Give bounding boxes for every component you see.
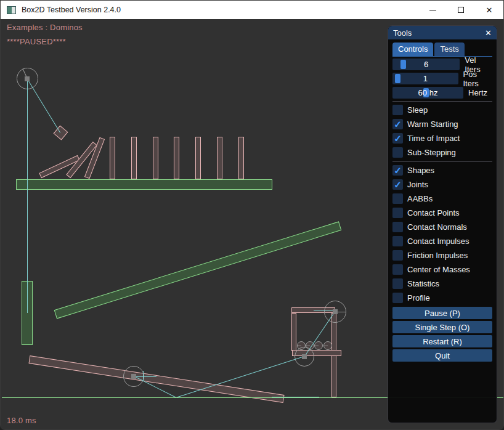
checkbox[interactable] (392, 105, 403, 115)
slider-track[interactable]: 1 (392, 73, 458, 84)
checkbox[interactable] (392, 208, 403, 218)
close-button[interactable]: ✕ (475, 1, 503, 19)
cart-left-post[interactable] (291, 313, 296, 351)
button-group: Pause (P) Single Step (O) Restart (R) Qu… (392, 307, 492, 362)
panel-button[interactable]: Restart (R) (392, 335, 492, 347)
tools-panel-close-icon[interactable]: ✕ (485, 29, 492, 37)
frame-time-label: 18.0 ms (7, 416, 36, 425)
slider-track[interactable]: 6 (392, 59, 460, 70)
checkbox-row[interactable]: Profile (392, 293, 492, 303)
maximize-button[interactable] (447, 1, 475, 19)
checkbox[interactable] (392, 293, 403, 303)
checkbox[interactable] (392, 147, 403, 158)
checkbox-row[interactable]: Sleep (392, 105, 492, 115)
checkbox-label: Contact Impulses (407, 237, 469, 246)
joint-line-pendulum (28, 80, 60, 133)
checkbox-row[interactable]: Friction Impulses (392, 250, 492, 261)
checkbox-row[interactable]: ✓ Time of Impact (392, 133, 492, 144)
seesaw-plank[interactable] (28, 355, 284, 403)
check-icon: ✓ (394, 134, 402, 143)
tab-bar: Controls Tests (392, 43, 492, 56)
panel-button[interactable]: Single Step (O) (392, 321, 492, 333)
checkbox-row[interactable]: ✓ Shapes (392, 165, 492, 176)
checkbox-label: Warm Starting (407, 120, 458, 129)
window-title: Box2D Testbed Version 2.4.0 (22, 6, 121, 14)
domino[interactable] (195, 137, 201, 179)
tools-panel: Tools ✕ Controls Tests (388, 25, 497, 423)
slider-value: 6 (392, 59, 460, 70)
checkbox-label: Contact Normals (407, 222, 467, 232)
tab-label: Tests (440, 44, 458, 54)
ball-radius-line (306, 346, 310, 346)
check-icon: ✓ (394, 180, 402, 189)
tab[interactable]: Tests (434, 43, 464, 56)
minimize-icon (429, 10, 436, 10)
domino[interactable] (174, 137, 179, 179)
panel-button-label: Quit (435, 351, 450, 360)
tab[interactable]: Controls (392, 43, 433, 56)
tools-panel-titlebar[interactable]: Tools ✕ (388, 26, 497, 39)
simulation-viewport[interactable]: Examples : Dominos ****PAUSED**** 18.0 m… (1, 19, 503, 429)
checkbox-row[interactable]: Contact Points (392, 208, 492, 218)
panel-button[interactable]: Pause (P) (392, 307, 492, 319)
joint-anchor (25, 76, 30, 81)
checkbox[interactable]: ✓ (392, 179, 403, 190)
joint-anchor (302, 354, 307, 359)
panel-button-label: Single Step (O) (415, 323, 470, 332)
checkbox-label: Center of Masses (407, 265, 470, 274)
domino[interactable] (238, 137, 244, 179)
maximize-icon (458, 7, 464, 13)
slider-group: 6 Vel Iters 1 Pos Iters (392, 59, 492, 99)
checkbox-label: AABBs (407, 194, 433, 203)
checkbox[interactable]: ✓ (392, 165, 403, 176)
slider-row: 1 Pos Iters (392, 73, 492, 84)
checkbox-row[interactable]: Contact Normals (392, 222, 492, 232)
checkbox[interactable] (392, 278, 403, 289)
static-ramp (54, 221, 342, 318)
ball-radius-line (297, 346, 301, 346)
tools-panel-body: Controls Tests 6 Vel Iters (388, 39, 497, 362)
domino[interactable] (217, 137, 222, 179)
checkbox-label: Shapes (407, 166, 434, 175)
checkbox[interactable] (392, 193, 403, 204)
joint-line-wheel-axis (134, 376, 156, 377)
pendulum-box[interactable] (54, 126, 68, 140)
minimize-button[interactable] (418, 1, 447, 19)
checkbox-label: Joints (407, 180, 428, 189)
checkbox-row[interactable]: ✓ Warm Starting (392, 119, 492, 129)
checkbox[interactable] (392, 264, 403, 275)
check-icon: ✓ (394, 166, 402, 175)
static-platform (16, 179, 272, 190)
checkbox-row[interactable]: Center of Masses (392, 264, 492, 275)
checkbox-label: Sub-Stepping (407, 148, 456, 157)
checkbox-group: Sleep ✓ Warm Starting ✓ Time of Impact (392, 105, 492, 303)
checkbox-label: Sleep (407, 105, 428, 115)
joint-line-vertical (27, 81, 28, 313)
checkbox[interactable]: ✓ (392, 119, 403, 129)
panel-button[interactable]: Quit (392, 349, 492, 362)
separator (392, 161, 492, 162)
checkbox[interactable] (392, 250, 403, 261)
app-window: Box2D Testbed Version 2.4.0 ✕ (0, 0, 504, 430)
checkbox[interactable] (392, 222, 403, 232)
checkbox-row[interactable]: AABBs (392, 193, 492, 204)
slider-row: 6 Vel Iters (392, 59, 492, 70)
checkbox[interactable]: ✓ (392, 133, 403, 144)
checkbox-label: Contact Points (407, 208, 460, 217)
checkbox-row[interactable]: ✓ Joints (392, 179, 492, 190)
slider-value: 60 hz (392, 87, 463, 99)
slider-track[interactable]: 60 hz (392, 87, 463, 99)
domino[interactable] (131, 137, 137, 179)
checkbox-row[interactable]: Statistics (392, 278, 492, 289)
slider-label: Pos Iters (463, 70, 493, 88)
checkbox-row[interactable]: Contact Impulses (392, 236, 492, 246)
checkbox-label: Profile (407, 293, 430, 302)
checkbox-row[interactable]: Sub-Stepping (392, 147, 492, 158)
domino[interactable] (110, 137, 115, 179)
separator (392, 101, 492, 102)
slider-value: 1 (392, 73, 458, 84)
slider-label: Hertz (468, 88, 487, 97)
joint-line-cart (314, 310, 335, 311)
checkbox[interactable] (392, 236, 403, 246)
domino[interactable] (153, 137, 158, 179)
